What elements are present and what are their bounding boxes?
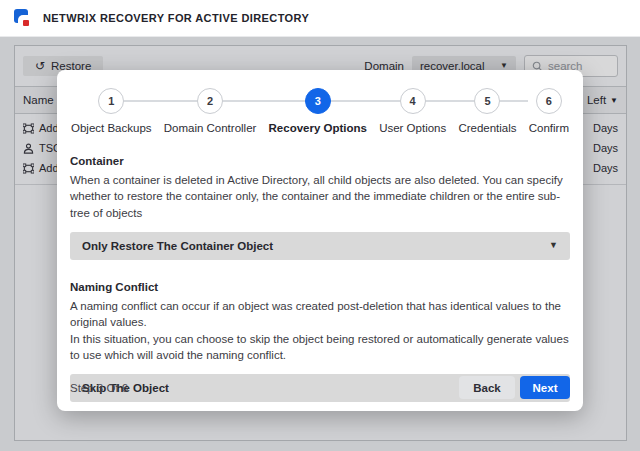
step-indicator: Step 3 Of 6 (70, 382, 128, 394)
container-section-heading: Container (70, 155, 570, 167)
restore-wizard-dialog: 1 Object Backups 2 Domain Controller 3 R… (57, 70, 583, 411)
step-label: User Options (379, 122, 446, 134)
back-button[interactable]: Back (459, 376, 515, 399)
step-label: Domain Controller (164, 122, 257, 134)
step-number: 5 (474, 88, 500, 114)
chevron-down-icon: ▼ (549, 241, 558, 250)
step-confirm[interactable]: 6 Confirm (529, 88, 569, 134)
step-object-backups[interactable]: 1 Object Backups (71, 88, 152, 134)
naming-conflict-text-1: A naming conflict can occur if an object… (70, 298, 570, 331)
step-label: Confirm (529, 122, 569, 134)
wizard-footer: Step 3 Of 6 Back Next (70, 376, 570, 399)
step-label: Object Backups (71, 122, 152, 134)
step-number: 3 (305, 88, 331, 114)
naming-conflict-heading: Naming Conflict (70, 281, 570, 293)
step-domain-controller[interactable]: 2 Domain Controller (164, 88, 257, 134)
app-header: NETWRIX RECOVERY FOR ACTIVE DIRECTORY (0, 0, 640, 37)
step-user-options[interactable]: 4 User Options (379, 88, 446, 134)
container-restore-mode-value: Only Restore The Container Object (82, 240, 273, 252)
step-label: Recovery Options (269, 122, 367, 134)
next-button[interactable]: Next (520, 376, 570, 399)
container-section-text: When a container is deleted in Active Di… (70, 172, 570, 221)
step-number: 2 (197, 88, 223, 114)
wizard-stepper: 1 Object Backups 2 Domain Controller 3 R… (70, 86, 570, 134)
step-number: 1 (98, 88, 124, 114)
netwrix-logo-icon (14, 9, 33, 28)
step-number: 4 (400, 88, 426, 114)
step-number: 6 (536, 88, 562, 114)
container-restore-mode-select[interactable]: Only Restore The Container Object ▼ (70, 232, 570, 260)
step-recovery-options[interactable]: 3 Recovery Options (269, 88, 367, 134)
app-title: NETWRIX RECOVERY FOR ACTIVE DIRECTORY (43, 12, 309, 24)
naming-conflict-text-2: In this situation, you can choose to ski… (70, 331, 570, 364)
step-label: Credentials (458, 122, 516, 134)
step-credentials[interactable]: 5 Credentials (458, 88, 516, 134)
